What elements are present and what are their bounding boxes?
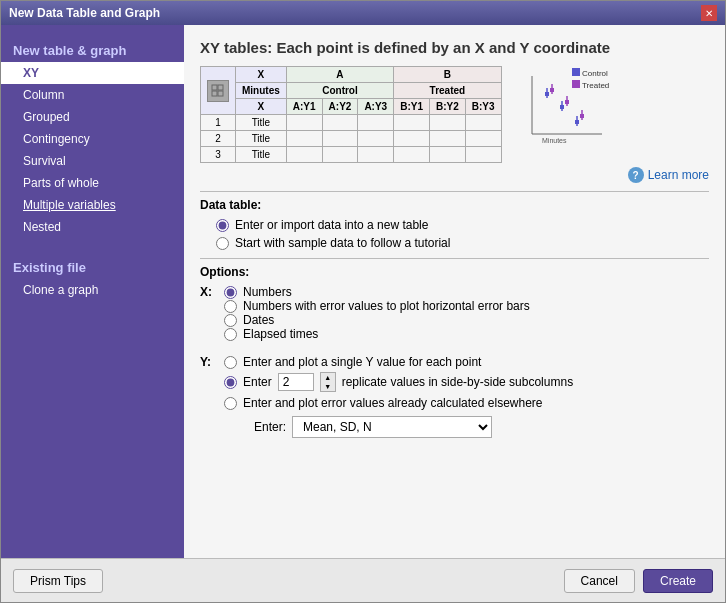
a-sub-header: Control xyxy=(286,83,393,99)
content-title: XY tables: Each point is defined by an X… xyxy=(200,39,709,56)
b-sub-header: Treated xyxy=(394,83,501,99)
number-spinner: ▲ ▼ xyxy=(320,372,336,392)
y-error-input[interactable] xyxy=(224,397,237,410)
svg-text:Treated: Treated xyxy=(582,81,609,90)
create-button[interactable]: Create xyxy=(643,569,713,593)
sidebar-item-nested[interactable]: Nested xyxy=(1,216,184,238)
learn-more-area: ? Learn more xyxy=(200,167,709,183)
x-dates-label: Dates xyxy=(243,313,274,327)
y-single[interactable]: Enter and plot a single Y value for each… xyxy=(224,355,573,369)
y-section: Y: Enter and plot a single Y value for e… xyxy=(200,355,709,438)
row-title: Title xyxy=(236,115,287,131)
data-table-label: Data table: xyxy=(200,198,709,212)
y-error-label: Enter and plot error values already calc… xyxy=(243,396,543,410)
x-numbers-error[interactable]: Numbers with error values to plot horizo… xyxy=(224,299,530,313)
row-title: Title xyxy=(236,147,287,163)
x-dates[interactable]: Dates xyxy=(224,313,530,327)
data-table-options: Enter or import data into a new table St… xyxy=(216,218,709,250)
main-content: New table & graph XY Column Grouped Cont… xyxy=(1,25,725,558)
table-row: 3 Title xyxy=(201,147,502,163)
spinner-up[interactable]: ▲ xyxy=(321,373,335,382)
x-sub-header: Minutes xyxy=(236,83,287,99)
svg-rect-0 xyxy=(212,85,217,90)
x-col-header: X xyxy=(236,99,287,115)
x-elapsed[interactable]: Elapsed times xyxy=(224,327,530,341)
prism-tips-button[interactable]: Prism Tips xyxy=(13,569,103,593)
sidebar-item-grouped[interactable]: Grouped xyxy=(1,106,184,128)
table-preview: X A B Minutes Control Treated X xyxy=(200,66,502,163)
x-numbers-input[interactable] xyxy=(224,286,237,299)
mean-dropdown[interactable]: Mean, SD, N Mean, SEM, N Mean, CV, N xyxy=(292,416,492,438)
svg-rect-18 xyxy=(550,88,554,92)
a-header: A xyxy=(286,67,393,83)
y-replicate-input[interactable] xyxy=(224,376,237,389)
replicate-count-input[interactable] xyxy=(278,373,314,391)
table-row: 2 Title xyxy=(201,131,502,147)
b-header: B xyxy=(394,67,501,83)
row-num: 1 xyxy=(201,115,236,131)
replicate-label: replicate values in side-by-side subcolu… xyxy=(342,375,573,389)
sidebar-item-contingency[interactable]: Contingency xyxy=(1,128,184,150)
y-enter-row: Enter ▲ ▼ replicate values in side-by-si… xyxy=(224,372,573,392)
svg-rect-2 xyxy=(212,91,217,96)
sidebar-item-survival[interactable]: Survival xyxy=(1,150,184,172)
grid-icon xyxy=(211,84,225,98)
divider-2 xyxy=(200,258,709,259)
sidebar-item-parts-of-whole[interactable]: Parts of whole xyxy=(1,172,184,194)
by1-header: B:Y1 xyxy=(394,99,430,115)
y-single-label: Enter and plot a single Y value for each… xyxy=(243,355,481,369)
row-num: 3 xyxy=(201,147,236,163)
x-elapsed-input[interactable] xyxy=(224,328,237,341)
svg-rect-3 xyxy=(218,91,223,96)
content-area: XY tables: Each point is defined by an X… xyxy=(184,25,725,558)
radio-new-table-input[interactable] xyxy=(216,219,229,232)
ay2-header: A:Y2 xyxy=(322,99,358,115)
ay3-header: A:Y3 xyxy=(358,99,394,115)
by2-header: B:Y2 xyxy=(429,99,465,115)
x-label-row: X: Numbers Numbers with error values to … xyxy=(200,285,709,349)
svg-rect-22 xyxy=(580,114,584,118)
svg-rect-12 xyxy=(545,92,549,96)
cancel-button[interactable]: Cancel xyxy=(564,569,635,593)
divider-1 xyxy=(200,191,709,192)
sidebar-item-multiple-variables[interactable]: Multiple variables xyxy=(1,194,184,216)
new-section-title: New table & graph xyxy=(1,35,184,62)
close-button[interactable]: ✕ xyxy=(701,5,717,21)
sidebar-item-xy[interactable]: XY xyxy=(1,62,184,84)
options-label: Options: xyxy=(200,265,709,279)
y-label-row: Y: Enter and plot a single Y value for e… xyxy=(200,355,709,438)
sidebar-item-column[interactable]: Column xyxy=(1,84,184,106)
svg-rect-14 xyxy=(560,105,564,109)
row-title: Title xyxy=(236,131,287,147)
radio-sample-data-input[interactable] xyxy=(216,237,229,250)
row-num: 2 xyxy=(201,131,236,147)
table-icon xyxy=(207,80,229,102)
table-row: 1 Title xyxy=(201,115,502,131)
x-axis-label: X: xyxy=(200,285,216,299)
ay1-header: A:Y1 xyxy=(286,99,322,115)
sidebar-item-clone-a-graph[interactable]: Clone a graph xyxy=(1,279,184,301)
y-error[interactable]: Enter and plot error values already calc… xyxy=(224,396,573,410)
radio-sample-data[interactable]: Start with sample data to follow a tutor… xyxy=(216,236,709,250)
learn-more-link[interactable]: Learn more xyxy=(648,167,709,183)
svg-text:Minutes: Minutes xyxy=(542,137,567,144)
sidebar: New table & graph XY Column Grouped Cont… xyxy=(1,25,184,558)
existing-section-title: Existing file xyxy=(1,252,184,279)
by3-header: B:Y3 xyxy=(465,99,501,115)
enter-dropdown-label: Enter: xyxy=(254,420,286,434)
spinner-down[interactable]: ▼ xyxy=(321,382,335,391)
y-single-input[interactable] xyxy=(224,356,237,369)
x-elapsed-label: Elapsed times xyxy=(243,327,318,341)
radio-sample-data-label: Start with sample data to follow a tutor… xyxy=(235,236,450,250)
x-numbers[interactable]: Numbers xyxy=(224,285,530,299)
footer: Prism Tips Cancel Create xyxy=(1,558,725,602)
svg-rect-4 xyxy=(572,68,580,76)
x-dates-input[interactable] xyxy=(224,314,237,327)
x-numbers-error-input[interactable] xyxy=(224,300,237,313)
svg-rect-16 xyxy=(575,120,579,124)
title-bar: New Data Table and Graph ✕ xyxy=(1,1,725,25)
y-axis-label: Y: xyxy=(200,355,216,369)
enter-prefix: Enter xyxy=(243,375,272,389)
radio-new-table[interactable]: Enter or import data into a new table xyxy=(216,218,709,232)
svg-rect-6 xyxy=(572,80,580,88)
